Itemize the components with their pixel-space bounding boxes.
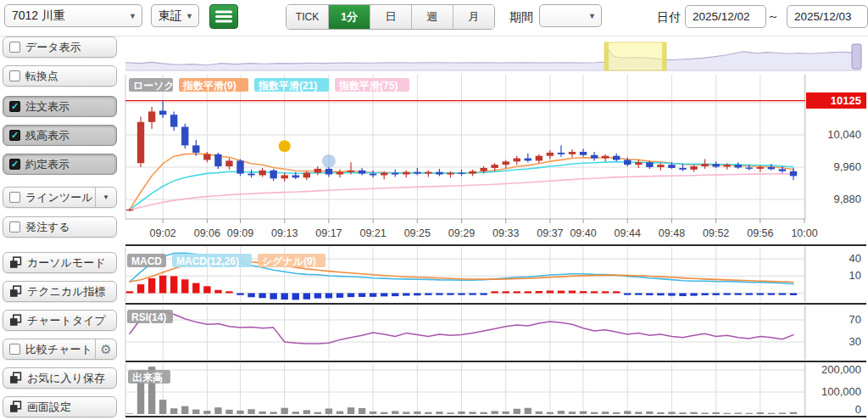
checkbox-icon[interactable]: ✓ <box>9 42 20 53</box>
svg-text:指数平滑(75): 指数平滑(75) <box>338 80 398 92</box>
svg-text:10125: 10125 <box>831 94 861 107</box>
candle <box>192 145 199 153</box>
navigator-selection[interactable] <box>604 42 666 70</box>
sidebar-item-label: カーソルモード <box>27 255 106 271</box>
chart-region: 09:0209:0609:0909:1309:1709:2109:2509:29… <box>0 0 868 420</box>
svg-text:09:21: 09:21 <box>359 227 386 239</box>
timeframe-day[interactable]: 日 <box>370 5 411 29</box>
candle <box>170 115 177 126</box>
order-display-toggle[interactable]: ✓注文表示 <box>3 96 117 117</box>
candle <box>436 172 442 175</box>
list-icon <box>215 9 232 24</box>
sidebar-item-label: 発注する <box>25 220 70 235</box>
layers-icon <box>9 400 22 413</box>
checkbox-icon[interactable]: ✓ <box>9 192 20 203</box>
svg-text:指数平滑(9): 指数平滑(9) <box>182 80 236 92</box>
favorite-save-button[interactable]: お気に入り保存 <box>3 367 117 389</box>
macd-legend: MACDMACD(12,26)シグナル(9) <box>127 254 326 267</box>
candle <box>414 172 420 174</box>
navigator-handle-left[interactable] <box>604 42 609 70</box>
sidebar: ✓データ表示✓転換点✓注文表示✓残高表示✓約定表示✓ラインツール▼✓発注するカー… <box>0 36 122 420</box>
checkbox-icon[interactable]: ✓ <box>9 101 20 112</box>
period-select[interactable]: ▼ <box>539 4 602 27</box>
svg-text:09:17: 09:17 <box>315 227 342 239</box>
layers-icon <box>9 372 22 384</box>
candle <box>326 169 332 175</box>
candle <box>613 156 620 160</box>
navigator-edge-handle[interactable] <box>852 44 861 69</box>
line-tool-toggle[interactable]: ✓ラインツール▼ <box>3 187 117 208</box>
timeframe-month[interactable]: 月 <box>453 5 494 29</box>
technical-indicator-button[interactable]: テクニカル指標 <box>3 281 117 302</box>
sidebar-item-label: 比較チャート <box>25 342 92 357</box>
checkbox-icon[interactable]: ✓ <box>9 159 20 170</box>
candle <box>137 122 144 163</box>
exchange-select[interactable]: 東証 ▼ <box>151 4 199 27</box>
candle <box>348 171 354 172</box>
price-line-badge: 10125 <box>806 92 866 109</box>
svg-text:09:25: 09:25 <box>404 227 431 239</box>
navigator-handle-right[interactable] <box>662 42 666 70</box>
timeframe-1min[interactable]: 1分 <box>328 5 370 29</box>
symbol-select-value: 7012 川重 <box>12 8 125 24</box>
timeframe-week[interactable]: 週 <box>411 5 453 29</box>
candle <box>635 162 642 165</box>
gear-icon[interactable]: ⚙ <box>95 339 116 359</box>
place-order-toggle[interactable]: ✓発注する <box>3 216 117 238</box>
timeframe-tick[interactable]: TICK <box>287 5 328 29</box>
compare-chart-toggle[interactable]: ✓比較チャート⚙ <box>3 339 117 360</box>
candle <box>392 173 398 175</box>
turning-point-toggle[interactable]: ✓転換点 <box>3 65 117 87</box>
checkbox-icon[interactable]: ✓ <box>9 221 20 232</box>
balance-display-toggle[interactable]: ✓残高表示 <box>3 125 117 146</box>
data-display-toggle[interactable]: ✓データ表示 <box>3 36 117 58</box>
candle <box>602 156 609 159</box>
chevron-down-icon[interactable]: ▼ <box>95 188 116 207</box>
cursor-mode-button[interactable]: カーソルモード <box>3 252 117 273</box>
exchange-select-value: 東証 <box>159 8 181 24</box>
screen-settings-button[interactable]: 画面設定 <box>3 396 117 417</box>
sidebar-item-label: 残高表示 <box>25 128 70 143</box>
period-label: 期間 <box>509 10 533 25</box>
candle <box>779 169 786 171</box>
sidebar-item-label: お気に入り保存 <box>27 371 105 386</box>
checkbox-icon[interactable]: ✓ <box>9 344 20 355</box>
candle <box>425 172 431 174</box>
toolbar: 7012 川重 ▼ 東証 ▼ TICK 1分 日 週 月 期間 ▼ 日付 ～ <box>0 0 868 36</box>
candle <box>491 165 498 168</box>
symbol-select[interactable]: 7012 川重 ▼ <box>4 4 142 27</box>
candle <box>270 171 276 179</box>
svg-text:ローソク: ローソク <box>133 80 175 92</box>
date-label: 日付 <box>657 10 681 25</box>
svg-text:09:48: 09:48 <box>659 227 685 239</box>
svg-text:10:00: 10:00 <box>791 227 817 239</box>
candle <box>359 171 365 174</box>
svg-text:シグナル(9): シグナル(9) <box>262 255 316 267</box>
candle <box>514 159 520 162</box>
svg-text:出来高: 出来高 <box>132 372 163 384</box>
checkbox-icon[interactable]: ✓ <box>9 70 20 81</box>
date-from-input[interactable] <box>685 5 766 28</box>
candle <box>314 169 321 173</box>
sidebar-item-label: テクニカル指標 <box>27 284 106 300</box>
svg-text:09:02: 09:02 <box>150 227 176 239</box>
candle <box>591 155 598 159</box>
execution-display-toggle[interactable]: ✓約定表示 <box>3 154 117 175</box>
chart-type-button[interactable]: チャートタイプ <box>3 310 117 331</box>
candle <box>337 172 343 175</box>
svg-text:MACD(12,26): MACD(12,26) <box>176 255 239 267</box>
chevron-down-icon: ▼ <box>186 12 193 20</box>
svg-text:09:37: 09:37 <box>537 227 563 239</box>
symbol-list-button[interactable] <box>209 4 238 29</box>
candle <box>646 162 653 167</box>
checkbox-icon[interactable]: ✓ <box>9 130 20 141</box>
date-to-input[interactable] <box>787 5 868 28</box>
candle <box>624 160 631 165</box>
svg-text:09:33: 09:33 <box>492 227 519 239</box>
svg-text:10: 10 <box>849 269 861 282</box>
rsi-legend: RSI(14) <box>127 310 173 323</box>
volume-legend: 出来高 <box>128 370 170 384</box>
svg-text:40: 40 <box>849 252 861 265</box>
svg-text:9,880: 9,880 <box>833 193 861 205</box>
svg-text:09:44: 09:44 <box>615 227 641 239</box>
